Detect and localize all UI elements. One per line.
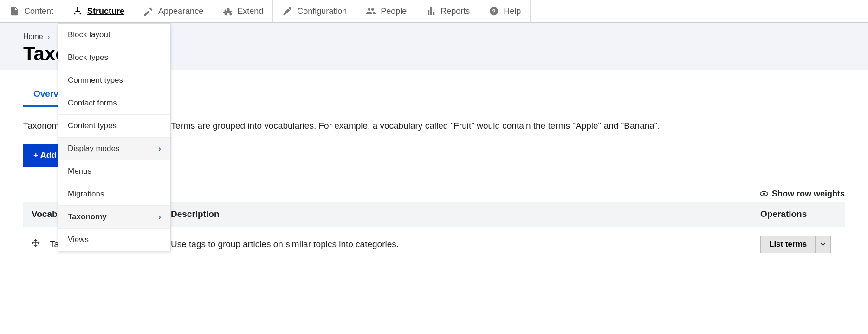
chevron-right-icon: › (158, 144, 161, 153)
structure-icon (72, 6, 83, 16)
dropdown-taxonomy[interactable]: Taxonomy› (58, 206, 170, 229)
toolbar-label: People (381, 7, 407, 16)
dropdown-block-layout[interactable]: Block layout (58, 24, 170, 46)
dropdown-label: Block layout (68, 30, 110, 39)
chevron-down-icon (820, 242, 826, 246)
list-terms-button[interactable]: List terms (760, 236, 816, 253)
toolbar-reports[interactable]: Reports (416, 0, 479, 22)
drag-handle-icon[interactable] (32, 239, 40, 247)
toolbar-people[interactable]: People (356, 0, 416, 22)
dropdown-label: Migrations (68, 190, 104, 199)
dropdown-migrations[interactable]: Migrations (58, 183, 170, 206)
configuration-icon (282, 6, 292, 16)
dropdown-label: Block types (68, 53, 108, 62)
toolbar-label: Appearance (158, 7, 203, 16)
breadcrumb-home[interactable]: Home (23, 33, 43, 41)
chevron-right-icon: › (48, 33, 50, 40)
toolbar-appearance[interactable]: Appearance (134, 0, 213, 22)
people-icon (366, 6, 376, 16)
th-operations: Operations (752, 202, 845, 227)
dropdown-label: Taxonomy (68, 212, 107, 222)
dropdown-label: Display modes (68, 144, 120, 153)
toolbar-label: Extend (237, 7, 263, 16)
toolbar-label: Structure (87, 7, 124, 16)
vocab-desc: Use tags to group articles on similar to… (162, 227, 752, 262)
row-weights-label: Show row weights (772, 189, 845, 199)
dropdown-contact-forms[interactable]: Contact forms (58, 92, 170, 115)
reports-icon (426, 6, 436, 16)
operations-caret[interactable] (816, 236, 831, 253)
toolbar-extend[interactable]: Extend (213, 0, 273, 22)
svg-text:?: ? (492, 8, 496, 15)
toolbar-help[interactable]: ? Help (479, 0, 531, 22)
dropdown-label: Menus (68, 167, 91, 176)
dropdown-display-modes[interactable]: Display modes› (58, 138, 170, 160)
show-row-weights-link[interactable]: Show row weights (760, 189, 845, 199)
dropdown-content-types[interactable]: Content types (58, 115, 170, 138)
th-description: Description (162, 202, 752, 227)
dropdown-label: Comment types (68, 76, 123, 85)
toolbar-configuration[interactable]: Configuration (273, 0, 356, 22)
extend-icon (222, 6, 233, 16)
toolbar-content[interactable]: Content (0, 0, 63, 22)
operations-dropbutton: List terms (760, 236, 831, 253)
chevron-right-icon: › (158, 212, 161, 222)
dropdown-label: Content types (68, 121, 117, 131)
dropdown-block-types[interactable]: Block types (58, 46, 170, 69)
dropdown-views[interactable]: Views (58, 229, 170, 251)
svg-point-3 (763, 192, 765, 195)
toolbar-label: Content (24, 7, 53, 16)
admin-toolbar: Content Structure Appearance Extend Conf… (0, 0, 868, 23)
toolbar-label: Configuration (297, 7, 347, 16)
content-icon (9, 6, 19, 16)
dropdown-menus[interactable]: Menus (58, 160, 170, 183)
structure-dropdown: Block layout Block types Comment types C… (58, 23, 171, 251)
appearance-icon (143, 6, 154, 16)
toolbar-label: Help (504, 7, 521, 16)
dropdown-label: Contact forms (68, 98, 117, 108)
dropdown-label: Views (68, 235, 89, 244)
eye-icon (760, 189, 768, 199)
dropdown-comment-types[interactable]: Comment types (58, 69, 170, 92)
help-icon: ? (489, 6, 499, 16)
toolbar-structure[interactable]: Structure (63, 0, 134, 22)
toolbar-label: Reports (440, 7, 470, 16)
